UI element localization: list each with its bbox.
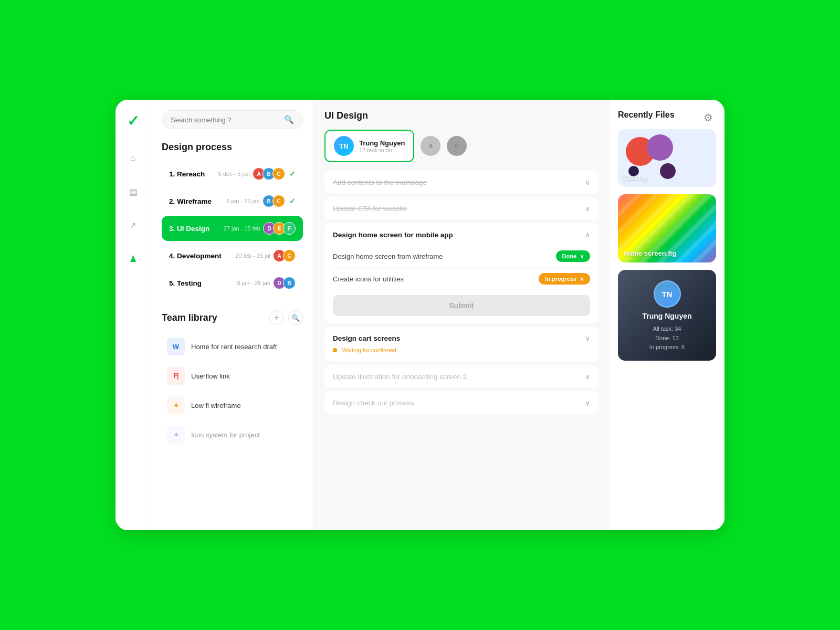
process-item-development[interactable]: 4. Development 20 feb - 15 jul A C: [162, 243, 303, 268]
badge-done-label: Done: [562, 253, 577, 259]
file-card-cart[interactable]: Cart.fig: [618, 129, 716, 187]
profile-done: Done: 13: [655, 335, 679, 341]
profile-all-tasks: All task: 34: [653, 326, 681, 332]
process-item-testing[interactable]: 5. Testing 8 jan - 25 jan D B: [162, 270, 303, 296]
add-library-button[interactable]: +: [269, 310, 284, 325]
other-user-2[interactable]: B: [447, 136, 467, 156]
task-item-5[interactable]: Update Illustration for onboarding scree…: [324, 365, 598, 388]
task-item-2[interactable]: Update CTA for website ∨: [324, 197, 598, 220]
file-card-home[interactable]: Home screen.fig: [618, 194, 716, 262]
cart-fig-bg: Cart.fig: [618, 129, 716, 187]
user-name: Trung Nguyen: [359, 139, 405, 147]
sidebar: ✓ ⌂ ▤ ↗ ♟: [116, 100, 151, 530]
profile-stats: All task: 34 Done: 13 In progress: 6: [649, 324, 685, 352]
task-item-4[interactable]: Design cart screens ∨ Waiting for confir…: [324, 327, 598, 362]
library-item-userflow[interactable]: F| Userflow link: [162, 362, 303, 390]
task-item-header-2: Update CTA for website ∨: [333, 204, 590, 213]
home-fig-label: Home screen.fig: [623, 249, 676, 257]
profile-card[interactable]: TN Trung Nguyen All task: 34 Done: 13 In…: [618, 270, 716, 361]
search-library-button[interactable]: 🔍: [288, 310, 303, 325]
submit-button[interactable]: Submit: [333, 295, 590, 316]
chevron-6: ∨: [585, 398, 590, 407]
task-title-6: Design check out process: [333, 399, 414, 407]
ui-design-header: UI Design: [324, 110, 598, 121]
process-date-development: 20 feb - 15 jul: [235, 253, 270, 259]
search-bar[interactable]: 🔍: [162, 110, 303, 129]
middle-panel: UI Design TN Trung Nguyen 12 task to do …: [314, 100, 609, 530]
subtask-name-1: Design home screen from wireframe: [333, 253, 443, 260]
gear-icon[interactable]: ⚙: [704, 111, 713, 124]
cart-fig-label: Cart.fig: [623, 174, 647, 182]
main-user-avatar: TN: [334, 136, 354, 156]
task-title-1: Add contents to the mainpage: [333, 178, 427, 186]
chevron-1: ∨: [585, 178, 590, 186]
process-date-uidesign: 27 jan - 15 feb: [224, 225, 260, 232]
library-icon-figma3: ✦: [167, 426, 185, 444]
home-fig-bg: Home screen.fig: [618, 194, 716, 262]
process-item-wireframe[interactable]: 2. Wireframe 6 jan - 25 jan B C ✓: [162, 188, 303, 214]
library-item-wireframe[interactable]: ✦ Low fi wireframe: [162, 391, 303, 419]
library-item-home[interactable]: W Home for rent research draft: [162, 332, 303, 361]
task-title-4: Design cart screens: [333, 334, 400, 342]
waiting-text: Waiting for confirmed: [342, 347, 396, 353]
process-item-rereach[interactable]: 1. Rereach 5 dec - 5 jan A B C ✓: [162, 161, 303, 186]
avatars-uidesign: D E F: [266, 222, 296, 235]
process-name-rereach: 1. Rereach: [169, 170, 218, 178]
team-library-header: Team library + 🔍: [162, 310, 303, 325]
search-input[interactable]: [171, 116, 280, 124]
app-logo: ✓: [127, 112, 139, 130]
main-user-initials: TN: [339, 142, 348, 150]
task-item-6[interactable]: Design check out process ∨: [324, 391, 598, 414]
app-window: ✓ ⌂ ▤ ↗ ♟ 🔍 Design process 1. Rereach 5 …: [116, 100, 724, 530]
user-card-main[interactable]: TN Trung Nguyen 12 task to do: [324, 130, 414, 162]
badge-done-1[interactable]: Done ∨: [556, 250, 591, 262]
subtask-name-2: Create icons for utilities: [333, 275, 404, 283]
badge-done-chevron: ∨: [580, 254, 584, 259]
process-date-testing: 8 jan - 25 jan: [237, 280, 270, 286]
avatar-3: C: [272, 167, 285, 180]
profile-name: Trung Nguyen: [642, 312, 691, 320]
process-date-rereach: 5 dec - 5 jan: [218, 171, 250, 177]
task-item-header-4: Design cart screens ∨: [333, 334, 590, 342]
avatars-development: A C: [276, 249, 296, 262]
avatar-d2: C: [283, 249, 296, 262]
other-user-1-initial: A: [428, 143, 433, 149]
design-process-title: Design process: [162, 142, 303, 153]
chevron-3: ∧: [585, 230, 590, 239]
nav-chart[interactable]: ↗: [124, 216, 143, 235]
process-name-wireframe: 2. Wireframe: [169, 197, 226, 205]
profile-initials: TN: [662, 290, 673, 299]
nav-database[interactable]: ▤: [124, 182, 143, 201]
waiting-status: Waiting for confirmed: [333, 345, 590, 354]
library-item-icon-system[interactable]: ✦ Icon system for project: [162, 421, 303, 449]
process-date-wireframe: 6 jan - 25 jan: [226, 198, 260, 204]
recently-files-title: Recently Files: [618, 110, 716, 120]
other-user-1[interactable]: A: [421, 136, 440, 156]
library-icon-word: W: [167, 338, 185, 355]
task-title-5: Update Illustration for onboarding scree…: [333, 373, 467, 381]
badge-inprogress-1[interactable]: In progress ∨: [539, 273, 590, 285]
process-item-uidesign[interactable]: 3. UI Design 27 jan - 15 feb D E F: [162, 216, 303, 241]
task-item-header-6: Design check out process ∨: [333, 398, 590, 407]
badge-inprogress-label: In progress: [545, 276, 576, 282]
task-list: Add contents to the mainpage ∨ Update CT…: [324, 171, 598, 414]
left-panel: 🔍 Design process 1. Rereach 5 dec - 5 ja…: [151, 100, 314, 530]
user-tasks: 12 task to do: [359, 147, 405, 153]
nav-team[interactable]: ♟: [124, 249, 143, 268]
ui-design-title: UI Design: [324, 110, 598, 121]
task-item-1[interactable]: Add contents to the mainpage ∨: [324, 171, 598, 194]
avatar-u3: F: [283, 222, 296, 235]
chevron-5: ∨: [585, 372, 590, 381]
waiting-dot: [333, 348, 337, 352]
avatars-testing: D B: [276, 277, 296, 289]
library-name-home: Home for rent research draft: [191, 343, 277, 351]
main-content: 🔍 Design process 1. Rereach 5 dec - 5 ja…: [151, 100, 724, 530]
library-name-userflow: Userflow link: [191, 372, 230, 380]
nav-home[interactable]: ⌂: [124, 149, 143, 167]
task-item-header-3: Design home screen for mobile app ∧: [333, 230, 590, 239]
other-user-2-initial: B: [455, 143, 459, 149]
task-item-3[interactable]: Design home screen for mobile app ∧ Desi…: [324, 223, 598, 323]
chevron-4: ∨: [585, 334, 590, 342]
avatars-wireframe: B C: [265, 195, 285, 207]
library-items: W Home for rent research draft F| Userfl…: [162, 332, 303, 449]
